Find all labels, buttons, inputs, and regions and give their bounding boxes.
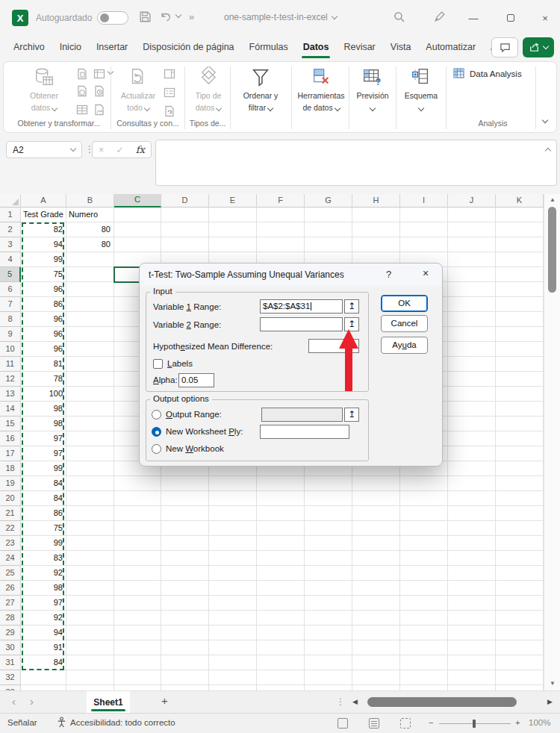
cell-J33[interactable] <box>448 685 496 690</box>
cell-B13[interactable] <box>66 387 114 402</box>
cell-A29[interactable]: 94 <box>21 626 66 640</box>
cell-E30[interactable] <box>209 640 257 655</box>
from-text-icon[interactable] <box>76 68 88 80</box>
cell-E20[interactable] <box>209 491 257 506</box>
cell-G3[interactable] <box>305 237 352 252</box>
row-header-13[interactable]: 13 <box>0 387 21 402</box>
variable1-range-input[interactable]: $A$2:$A$31 <box>260 299 343 314</box>
cell-F25[interactable] <box>257 566 305 581</box>
cell-J1[interactable] <box>448 208 496 222</box>
cell-F2[interactable] <box>257 222 305 237</box>
col-header-C[interactable]: C <box>114 194 161 208</box>
cell-K15[interactable] <box>496 417 544 431</box>
insert-function-icon[interactable]: fx <box>136 144 145 155</box>
cell-G25[interactable] <box>305 566 352 581</box>
new-worksheet-radio[interactable] <box>152 427 161 437</box>
cell-I23[interactable] <box>400 536 448 551</box>
row-header-10[interactable]: 10 <box>0 342 21 357</box>
cell-C27[interactable] <box>114 596 161 611</box>
cell-C3[interactable] <box>114 237 161 252</box>
normal-view-icon[interactable] <box>337 718 348 729</box>
cell-K6[interactable] <box>496 282 544 297</box>
cell-K1[interactable] <box>496 208 544 222</box>
cell-B7[interactable] <box>66 297 114 312</box>
cell-B23[interactable] <box>66 536 114 551</box>
cell-F20[interactable] <box>257 491 305 506</box>
cell-A28[interactable]: 92 <box>21 611 66 626</box>
cell-B25[interactable] <box>66 566 114 581</box>
cell-K2[interactable] <box>496 222 544 237</box>
cell-D33[interactable] <box>161 685 209 690</box>
sort-filter-button[interactable]: Ordenar y filtrar <box>237 66 284 113</box>
tab-vista[interactable]: Vista <box>383 36 419 60</box>
cell-B9[interactable] <box>66 327 114 342</box>
cell-E32[interactable] <box>209 670 257 685</box>
cell-A6[interactable]: 96 <box>21 282 66 297</box>
zoom-out-button[interactable]: − <box>429 718 434 727</box>
comments-button[interactable] <box>491 37 518 57</box>
row-header-15[interactable]: 15 <box>0 417 21 431</box>
cell-K23[interactable] <box>496 536 544 551</box>
cell-D20[interactable] <box>161 491 209 506</box>
dialog-close-icon[interactable]: × <box>416 267 435 282</box>
labels-label[interactable]: Labels <box>167 359 193 368</box>
horizontal-scrollbar[interactable]: ◀ ▶ <box>351 694 554 710</box>
cell-K8[interactable] <box>496 312 544 327</box>
cell-I2[interactable] <box>400 222 448 237</box>
cell-B5[interactable] <box>66 267 114 282</box>
row-header-33[interactable]: 33 <box>0 685 21 690</box>
cell-A26[interactable]: 98 <box>21 581 66 596</box>
cell-J16[interactable] <box>448 431 496 446</box>
formula-bar-collapse-icon[interactable] <box>545 148 551 154</box>
cell-K17[interactable] <box>496 446 544 461</box>
cell-E31[interactable] <box>209 655 257 670</box>
row-header-32[interactable]: 32 <box>0 670 21 685</box>
row-header-26[interactable]: 26 <box>0 581 21 596</box>
cell-F23[interactable] <box>257 536 305 551</box>
quick-access-more-icon[interactable]: » <box>189 11 194 22</box>
cell-D3[interactable] <box>161 237 209 252</box>
col-header-I[interactable]: I <box>400 194 448 208</box>
cell-H25[interactable] <box>352 566 400 581</box>
enter-entry-icon[interactable]: ✓ <box>116 145 123 155</box>
page-break-view-icon[interactable] <box>400 718 411 729</box>
cell-B33[interactable] <box>66 685 114 690</box>
cell-J26[interactable] <box>448 581 496 596</box>
row-header-5[interactable]: 5 <box>0 267 21 282</box>
cell-B27[interactable] <box>66 596 114 611</box>
new-worksheet-label[interactable]: New Worksheet Ply: <box>166 427 243 436</box>
cell-G24[interactable] <box>305 551 352 566</box>
tab-insertar[interactable]: Insertar <box>89 36 135 60</box>
cell-K33[interactable] <box>496 685 544 690</box>
tab-datos[interactable]: Datos <box>296 36 337 60</box>
cell-F29[interactable] <box>257 626 305 640</box>
cell-K10[interactable] <box>496 342 544 357</box>
cell-D31[interactable] <box>161 655 209 670</box>
select-all-corner[interactable] <box>0 194 21 208</box>
cancel-button[interactable]: Cancel <box>381 315 428 332</box>
col-header-B[interactable]: B <box>66 194 114 208</box>
cell-A5[interactable]: 75 <box>21 267 66 282</box>
cell-G1[interactable] <box>305 208 352 222</box>
cell-J9[interactable] <box>448 327 496 342</box>
horizontal-scroll-thumb[interactable] <box>367 697 517 707</box>
cell-C28[interactable] <box>114 611 161 626</box>
cell-I20[interactable] <box>400 491 448 506</box>
sheet-nav-right-icon[interactable]: › <box>30 695 34 708</box>
properties-icon[interactable] <box>164 87 175 99</box>
cell-J19[interactable] <box>448 476 496 491</box>
maximize-button[interactable] <box>502 9 520 27</box>
cell-K30[interactable] <box>496 640 544 655</box>
cell-G23[interactable] <box>305 536 352 551</box>
cell-G32[interactable] <box>305 670 352 685</box>
cell-G20[interactable] <box>305 491 352 506</box>
row-header-29[interactable]: 29 <box>0 626 21 640</box>
col-header-E[interactable]: E <box>209 194 257 208</box>
cell-D1[interactable] <box>161 208 209 222</box>
cell-K18[interactable] <box>496 461 544 476</box>
col-header-D[interactable]: D <box>161 194 209 208</box>
cell-E28[interactable] <box>209 611 257 626</box>
cell-F26[interactable] <box>257 581 305 596</box>
from-web-icon[interactable] <box>76 85 88 97</box>
scroll-up-icon[interactable]: ▲ <box>544 196 560 203</box>
